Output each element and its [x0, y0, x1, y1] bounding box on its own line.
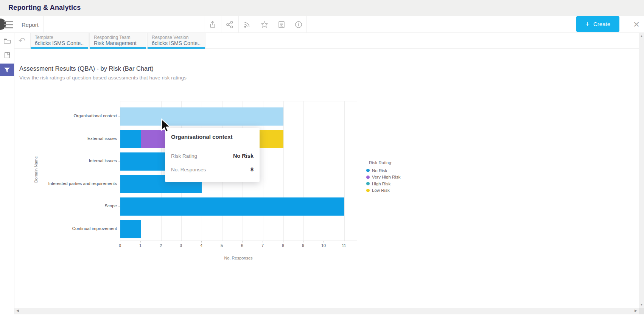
app-header: Reporting & Analytics [0, 0, 644, 16]
x-axis-tick-label: 1 [135, 243, 146, 248]
hamburger-menu-icon[interactable] [4, 24, 13, 25]
legend-item[interactable]: High Risk [366, 180, 400, 187]
filter-tab-template[interactable]: Template 6clicks ISMS Conte... [30, 33, 89, 49]
category-label: Interested parties and requirements [30, 181, 117, 186]
x-axis-tick-label: 6 [236, 243, 248, 248]
x-axis-tick [161, 241, 161, 242]
undo-button[interactable]: ↶ [14, 33, 30, 49]
page-title: Assessment Results (QBA) - by Risk (Bar … [19, 65, 154, 72]
sidebar-item-filter[interactable] [0, 64, 14, 76]
chart-legend: Risk Rating: No RiskVery High RiskHigh R… [366, 160, 400, 194]
toolbar: Report [0, 16, 644, 33]
create-button[interactable]: + Create [576, 16, 619, 32]
filter-tab-value: Risk Management [94, 40, 142, 47]
horizontal-scrollbar[interactable]: ◀ ▶ [14, 308, 639, 314]
report-view-button[interactable] [273, 16, 290, 33]
undo-icon: ↶ [19, 36, 25, 46]
x-axis-tick-label: 10 [318, 243, 329, 248]
bar-segment-no-risk[interactable] [120, 197, 344, 216]
filter-tab-label: Template [35, 35, 84, 40]
vertical-scrollbar[interactable]: ▲ ▼ [639, 33, 644, 308]
bar-segment-no-risk[interactable] [120, 220, 141, 238]
close-icon[interactable]: ✕ [631, 19, 642, 30]
feed-icon [243, 20, 251, 29]
favorite-star-icon [260, 20, 269, 29]
mouse-cursor-icon [159, 118, 172, 133]
export-icon [208, 20, 217, 29]
filter-tab-row: ↶ Template 6clicks ISMS Conte... Respond… [0, 33, 644, 49]
legend-swatch-icon [366, 169, 370, 172]
sidebar-item-bookmark[interactable] [0, 50, 14, 61]
app-title: Reporting & Analytics [8, 4, 81, 12]
y-axis-tick [118, 184, 120, 184]
y-axis-tick [118, 206, 120, 207]
folder-icon [3, 37, 11, 45]
x-axis-title: No. Responses [182, 256, 295, 260]
gridline [324, 101, 324, 241]
x-axis-tick-label: 4 [196, 243, 207, 248]
export-button[interactable] [204, 16, 221, 33]
filter-tab-label: Responding Team [94, 35, 142, 40]
scroll-left-icon[interactable]: ◀ [16, 309, 19, 312]
x-axis-tick [324, 241, 324, 242]
hamburger-menu-icon[interactable] [4, 27, 13, 28]
x-axis-tick [140, 241, 141, 242]
tooltip-divider [171, 145, 254, 145]
tab-report[interactable]: Report [17, 16, 44, 33]
x-axis-tick-label: 3 [175, 243, 187, 248]
filter-tab-value: 6clicks ISMS Conte... [35, 40, 84, 47]
legend-swatch-icon [366, 189, 370, 192]
reporting-analytics-window: Reporting & Analytics Report [0, 0, 644, 317]
legend-item-label: High Risk [372, 182, 390, 186]
legend-item-label: No Risk [372, 168, 387, 173]
y-axis-tick [118, 161, 120, 162]
gridline [303, 101, 304, 241]
x-axis-tick-label: 7 [257, 243, 268, 248]
x-axis-tick [344, 241, 344, 242]
tooltip-title: Organisational context [171, 134, 254, 140]
plus-icon: + [585, 20, 590, 28]
scroll-down-icon[interactable]: ▼ [639, 303, 644, 306]
legend-item[interactable]: Low Risk [366, 187, 400, 194]
legend-swatch-icon [366, 182, 370, 185]
active-tab-underline [148, 47, 205, 49]
x-axis-tick [263, 241, 263, 242]
active-tab-underline [31, 47, 88, 49]
filter-tab-response-version[interactable]: Response Version 6clicks ISMS Conte... [147, 33, 205, 49]
gridline [344, 101, 345, 241]
bar-segment-no-risk[interactable] [120, 107, 283, 126]
scrollbar-corner [639, 308, 644, 314]
filter-funnel-icon [4, 67, 10, 73]
x-axis-tick [303, 241, 303, 242]
tooltip-row-label: No. Responses [171, 167, 206, 172]
feed-button[interactable] [238, 16, 255, 33]
x-axis-tick [201, 241, 202, 242]
gridline [283, 101, 284, 241]
legend-item[interactable]: Very High Risk [366, 174, 400, 181]
sidebar-item-folder[interactable] [0, 35, 14, 47]
hamburger-menu-icon[interactable] [4, 21, 13, 22]
share-button[interactable] [221, 16, 238, 33]
info-button[interactable] [290, 16, 307, 33]
legend-swatch-icon [366, 176, 370, 179]
x-axis-tick-label: 8 [277, 243, 289, 248]
filter-tab-value: 6clicks ISMS Conte... [152, 40, 201, 47]
filter-tab-responding-team[interactable]: Responding Team Risk Management [89, 33, 146, 49]
tooltip-row-label: Risk Rating [171, 153, 197, 159]
tooltip-row-value: No Risk [233, 153, 254, 159]
x-axis-tick [181, 241, 181, 242]
scroll-up-icon[interactable]: ▲ [639, 34, 644, 38]
x-axis-tick [242, 241, 243, 242]
bar-segment-no-risk[interactable] [120, 130, 141, 148]
x-axis-tick-label: 5 [216, 243, 227, 248]
x-axis-tick-label: 11 [338, 243, 350, 248]
scroll-right-icon[interactable]: ▶ [635, 309, 637, 312]
favorite-button[interactable] [256, 16, 273, 33]
tooltip-row-value: 8 [250, 166, 254, 172]
bar-segment-low-risk[interactable] [259, 130, 283, 148]
page-subtitle: View the risk ratings of question based … [19, 75, 187, 81]
x-axis-tick [283, 241, 283, 242]
category-label: Organisational context [30, 113, 117, 118]
legend-item[interactable]: No Risk [366, 167, 400, 174]
legend-item-label: Very High Risk [372, 175, 400, 179]
